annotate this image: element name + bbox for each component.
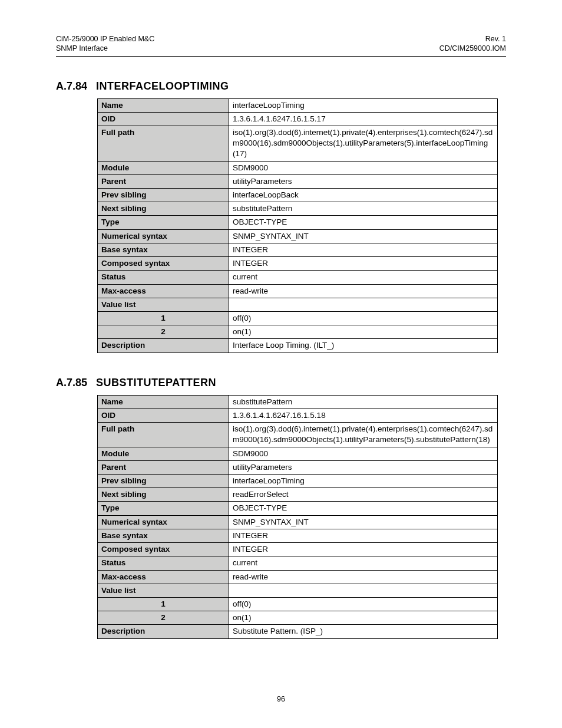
table-row: TypeOBJECT-TYPE bbox=[98, 216, 498, 229]
row-value: off(0) bbox=[229, 312, 498, 325]
row-value: interfaceLoopTiming bbox=[229, 474, 498, 487]
row-value: substitutePattern bbox=[229, 395, 498, 409]
table-row: DescriptionSubstitute Pattern. (ISP_) bbox=[98, 625, 498, 638]
page: CiM-25/9000 IP Enabled M&C SNMP Interfac… bbox=[0, 0, 562, 728]
table-row: ParentutilityParameters bbox=[98, 174, 498, 188]
table-row: NameinterfaceLoopTiming bbox=[98, 98, 498, 112]
row-value: on(1) bbox=[229, 611, 498, 625]
row-label: Parent bbox=[98, 174, 229, 188]
row-value: OBJECT-TYPE bbox=[229, 216, 498, 229]
table-row: Statuscurrent bbox=[98, 556, 498, 570]
table-row: TypeOBJECT-TYPE bbox=[98, 502, 498, 515]
row-value: read-write bbox=[229, 570, 498, 584]
row-value: off(0) bbox=[229, 597, 498, 611]
row-label: 1 bbox=[98, 597, 229, 611]
row-value: readErrorSelect bbox=[229, 488, 498, 502]
row-label: OID bbox=[98, 409, 229, 422]
table-row: Value list bbox=[98, 298, 498, 311]
row-value: INTEGER bbox=[229, 243, 498, 256]
row-value: 1.3.6.1.4.1.6247.16.1.5.18 bbox=[229, 409, 498, 422]
row-label: 2 bbox=[98, 611, 229, 625]
section-heading-2: A.7.85 SUBSTITUTEPATTERN bbox=[56, 377, 506, 389]
table-row: Numerical syntaxSNMP_SYNTAX_INT bbox=[98, 515, 498, 529]
page-number: 96 bbox=[0, 695, 562, 703]
row-value bbox=[229, 584, 498, 597]
table-row: Next siblingreadErrorSelect bbox=[98, 488, 498, 502]
header-left-line2: SNMP Interface bbox=[56, 44, 154, 53]
row-label: Composed syntax bbox=[98, 257, 229, 271]
table-row: 2on(1) bbox=[98, 611, 498, 625]
row-value: SDM9000 bbox=[229, 161, 498, 174]
row-label: Name bbox=[98, 395, 229, 409]
table-row: ModuleSDM9000 bbox=[98, 447, 498, 460]
table-row: OID1.3.6.1.4.1.6247.16.1.5.18 bbox=[98, 409, 498, 422]
table-row: DescriptionInterface Loop Timing. (ILT_) bbox=[98, 339, 498, 353]
row-value: SNMP_SYNTAX_INT bbox=[229, 229, 498, 243]
row-label: Name bbox=[98, 98, 229, 112]
row-label: Status bbox=[98, 556, 229, 570]
row-label: Prev sibling bbox=[98, 474, 229, 487]
row-value: Substitute Pattern. (ISP_) bbox=[229, 625, 498, 638]
row-value: INTEGER bbox=[229, 543, 498, 556]
table-row: Full pathiso(1).org(3).dod(6).internet(1… bbox=[98, 423, 498, 447]
row-value: interfaceLoopBack bbox=[229, 189, 498, 202]
row-label: Value list bbox=[98, 584, 229, 597]
row-value: iso(1).org(3).dod(6).internet(1).private… bbox=[229, 126, 498, 161]
row-label: Max-access bbox=[98, 570, 229, 584]
row-label: Module bbox=[98, 447, 229, 460]
table-row: Numerical syntaxSNMP_SYNTAX_INT bbox=[98, 229, 498, 243]
table-row: OID1.3.6.1.4.1.6247.16.1.5.17 bbox=[98, 112, 498, 126]
table-row: Next siblingsubstitutePattern bbox=[98, 202, 498, 216]
row-value: current bbox=[229, 271, 498, 284]
row-value bbox=[229, 298, 498, 311]
mib-table-1: NameinterfaceLoopTiming OID1.3.6.1.4.1.6… bbox=[97, 98, 498, 353]
table-row: Max-accessread-write bbox=[98, 284, 498, 298]
row-value: interfaceLoopTiming bbox=[229, 98, 498, 112]
table-row: Value list bbox=[98, 584, 498, 597]
header-left-line1: CiM-25/9000 IP Enabled M&C bbox=[56, 34, 154, 44]
row-label: Status bbox=[98, 271, 229, 284]
table-row: ParentutilityParameters bbox=[98, 460, 498, 474]
row-value: INTEGER bbox=[229, 529, 498, 542]
table-row: Composed syntaxINTEGER bbox=[98, 543, 498, 556]
header-right-line1: Rev. 1 bbox=[439, 34, 506, 44]
table-row: ModuleSDM9000 bbox=[98, 161, 498, 174]
section-title-1: INTERFACELOOPTIMING bbox=[96, 80, 229, 92]
table-row: Base syntaxINTEGER bbox=[98, 529, 498, 542]
row-label: Base syntax bbox=[98, 243, 229, 256]
row-label: Next sibling bbox=[98, 202, 229, 216]
row-value: SNMP_SYNTAX_INT bbox=[229, 515, 498, 529]
row-label: Next sibling bbox=[98, 488, 229, 502]
row-value: 1.3.6.1.4.1.6247.16.1.5.17 bbox=[229, 112, 498, 126]
row-label: Module bbox=[98, 161, 229, 174]
row-label: Description bbox=[98, 339, 229, 353]
row-label: Prev sibling bbox=[98, 189, 229, 202]
row-label: Type bbox=[98, 216, 229, 229]
row-value: substitutePattern bbox=[229, 202, 498, 216]
row-value: current bbox=[229, 556, 498, 570]
table-row: Base syntaxINTEGER bbox=[98, 243, 498, 256]
row-label: Full path bbox=[98, 423, 229, 447]
row-value: on(1) bbox=[229, 325, 498, 339]
row-label: Numerical syntax bbox=[98, 515, 229, 529]
header-left: CiM-25/9000 IP Enabled M&C SNMP Interfac… bbox=[56, 34, 154, 54]
table-row: 1off(0) bbox=[98, 312, 498, 325]
header-right: Rev. 1 CD/CIM259000.IOM bbox=[439, 34, 506, 54]
row-value: utilityParameters bbox=[229, 174, 498, 188]
section-heading-1: A.7.84 INTERFACELOOPTIMING bbox=[56, 80, 506, 93]
section-number-1: A.7.84 bbox=[56, 80, 87, 92]
row-label: Base syntax bbox=[98, 529, 229, 542]
row-label: Parent bbox=[98, 460, 229, 474]
table-row: Composed syntaxINTEGER bbox=[98, 257, 498, 271]
table-row: 2on(1) bbox=[98, 325, 498, 339]
row-value: INTEGER bbox=[229, 257, 498, 271]
table-row: NamesubstitutePattern bbox=[98, 395, 498, 409]
page-header: CiM-25/9000 IP Enabled M&C SNMP Interfac… bbox=[56, 34, 506, 54]
row-value: read-write bbox=[229, 284, 498, 298]
table-row: Prev siblinginterfaceLoopTiming bbox=[98, 474, 498, 487]
header-right-line2: CD/CIM259000.IOM bbox=[439, 44, 506, 53]
section-title-2: SUBSTITUTEPATTERN bbox=[96, 377, 216, 388]
row-label: Numerical syntax bbox=[98, 229, 229, 243]
row-label: 1 bbox=[98, 312, 229, 325]
row-label: Description bbox=[98, 625, 229, 638]
